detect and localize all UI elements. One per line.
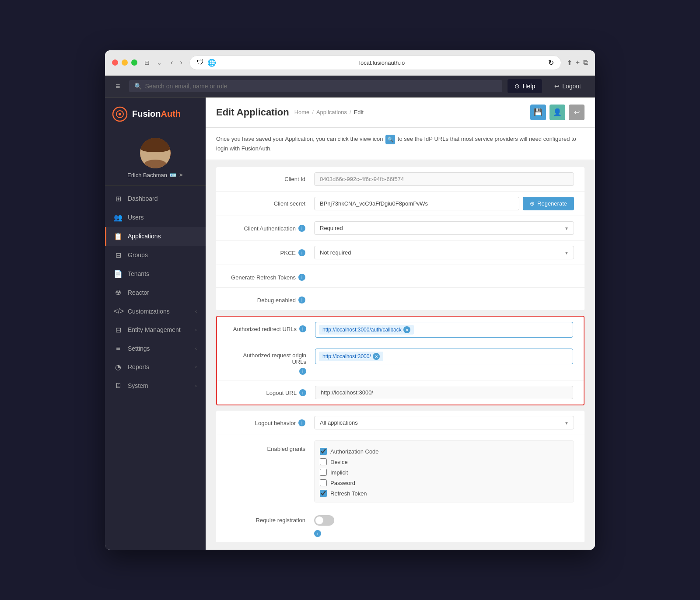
- client-id-row: Client Id: [216, 167, 584, 192]
- help-button[interactable]: ⊙ Help: [508, 79, 542, 93]
- search-input[interactable]: [145, 83, 497, 90]
- svg-point-2: [119, 113, 121, 115]
- user-action-button[interactable]: 👤: [550, 105, 565, 120]
- require-registration-toggle[interactable]: [314, 515, 334, 526]
- forward-icon[interactable]: ›: [178, 58, 184, 67]
- sidebar-item-label: Reports: [128, 363, 149, 370]
- device-checkbox[interactable]: [320, 458, 327, 465]
- new-tab-icon[interactable]: +: [576, 59, 580, 67]
- sidebar-item-applications[interactable]: 📋 Applications: [105, 227, 206, 246]
- grant-implicit[interactable]: Implicit: [320, 469, 568, 476]
- sidebar-item-settings[interactable]: ≡ Settings ‹: [105, 339, 206, 358]
- breadcrumb-home[interactable]: Home: [294, 109, 310, 115]
- client-id-input[interactable]: [314, 172, 574, 186]
- user-nav-icon[interactable]: ➤: [179, 172, 183, 178]
- logout-behavior-select[interactable]: All applications Redirect only: [314, 416, 574, 429]
- debug-enabled-control: [314, 293, 574, 301]
- tabs-icon[interactable]: ⧉: [583, 59, 588, 67]
- save-button[interactable]: 💾: [530, 105, 546, 120]
- client-id-label: Client Id: [227, 172, 314, 182]
- grant-authorization-code[interactable]: Authorization Code: [320, 448, 568, 455]
- require-registration-info-icon[interactable]: i: [314, 530, 321, 537]
- chevron-right-icon: ‹: [195, 308, 197, 314]
- tag-remove-button[interactable]: ✕: [373, 353, 380, 360]
- menu-icon[interactable]: ≡: [112, 78, 124, 94]
- sidebar-toggle-icon[interactable]: ⊟: [143, 58, 151, 67]
- search-box[interactable]: 🔍: [129, 80, 503, 92]
- client-id-control: [314, 172, 574, 186]
- traffic-lights: [112, 59, 137, 66]
- client-auth-control: Required Optional None: [314, 221, 574, 235]
- grant-refresh-token[interactable]: Refresh Token: [320, 490, 568, 497]
- page-header-left: Edit Application Home / Applications / E…: [216, 107, 364, 118]
- authorized-origin-control[interactable]: http://localhost:3000/ ✕: [315, 349, 573, 364]
- refresh-icon[interactable]: ↻: [548, 59, 554, 67]
- page-header: Edit Application Home / Applications / E…: [206, 98, 595, 128]
- sidebar-item-reports[interactable]: ◔ Reports ‹: [105, 358, 206, 377]
- breadcrumb-applications[interactable]: Applications: [316, 109, 347, 115]
- info-banner: Once you have saved your Application, yo…: [206, 128, 595, 160]
- sidebar-item-tenants[interactable]: 📄 Tenants: [105, 265, 206, 283]
- chevron-down-icon[interactable]: ⌄: [155, 58, 164, 67]
- authorized-redirect-tag-input[interactable]: http://localhost:3000/auth/callback ✕: [315, 322, 573, 338]
- sidebar-item-reactor[interactable]: ☢ Reactor: [105, 283, 206, 302]
- breadcrumb-current: Edit: [354, 109, 364, 115]
- page-actions: 💾 👤 ↩: [530, 105, 584, 120]
- refresh-token-checkbox[interactable]: [320, 490, 327, 497]
- authorized-origin-tag-input[interactable]: http://localhost:3000/ ✕: [315, 349, 573, 364]
- logout-url-info-icon[interactable]: i: [299, 389, 306, 396]
- chevron-right-icon: ‹: [195, 345, 197, 352]
- authorized-redirect-control[interactable]: http://localhost:3000/auth/callback ✕: [315, 322, 573, 338]
- nav-menu: ⊞ Dashboard 👥 Users 📋 Applications ⊟ Gro…: [105, 186, 206, 550]
- refresh-tokens-info-icon[interactable]: i: [298, 274, 305, 281]
- minimize-button[interactable]: [122, 59, 128, 66]
- tag-remove-button[interactable]: ✕: [403, 326, 410, 333]
- client-secret-input[interactable]: [314, 197, 519, 210]
- pkce-row: PKCE i Not required Required Optional: [216, 241, 584, 265]
- close-button[interactable]: [112, 59, 118, 66]
- sidebar-item-system[interactable]: 🖥 System ‹: [105, 377, 206, 395]
- user-card-icon[interactable]: 🪪: [170, 172, 176, 178]
- sidebar-item-label: Reactor: [128, 289, 149, 296]
- sidebar-item-customizations[interactable]: </> Customizations ‹: [105, 302, 206, 321]
- address-bar[interactable]: 🛡 🌐 local.fusionauth.io ↻: [189, 56, 561, 70]
- sidebar-item-dashboard[interactable]: ⊞ Dashboard: [105, 189, 206, 208]
- client-auth-select[interactable]: Required Optional None: [314, 221, 574, 235]
- logout-url-label: Logout URL i: [228, 386, 315, 396]
- back-button[interactable]: ↩: [569, 105, 584, 120]
- logout-button[interactable]: ↩ Logout: [547, 79, 588, 93]
- sidebar-item-users[interactable]: 👥 Users: [105, 208, 206, 227]
- sidebar-item-groups[interactable]: ⊟ Groups: [105, 246, 206, 265]
- back-icon[interactable]: ‹: [169, 58, 175, 67]
- authorization-code-checkbox[interactable]: [320, 448, 327, 455]
- main-content: Edit Application Home / Applications / E…: [206, 98, 595, 550]
- maximize-button[interactable]: [131, 59, 137, 66]
- browser-navigation: ‹ ›: [169, 58, 184, 67]
- redirect-urls-info-icon[interactable]: i: [299, 325, 306, 332]
- grant-device[interactable]: Device: [320, 458, 568, 465]
- reports-icon: ◔: [114, 363, 122, 371]
- client-auth-info-icon[interactable]: i: [298, 225, 305, 232]
- url-text: local.fusionauth.io: [220, 59, 545, 66]
- form-section: Client Id Client secret: [216, 167, 584, 310]
- users-icon: 👥: [114, 213, 122, 222]
- logout-behavior-info-icon[interactable]: i: [298, 419, 305, 426]
- debug-info-icon[interactable]: i: [298, 297, 305, 303]
- chevron-right-icon: ‹: [195, 383, 197, 389]
- share-icon[interactable]: ⬆: [567, 59, 572, 67]
- reactor-icon: ☢: [114, 289, 122, 297]
- pkce-info-icon[interactable]: i: [298, 249, 305, 256]
- topbar: ≡ 🔍 ⊙ Help ↩ Logout: [105, 76, 595, 98]
- implicit-checkbox[interactable]: [320, 469, 327, 476]
- sidebar-item-label: Entity Management: [128, 326, 181, 333]
- sidebar-item-entity-management[interactable]: ⊟ Entity Management ‹: [105, 321, 206, 339]
- client-secret-row: Client secret ⊕ Regenerate: [216, 192, 584, 216]
- logout-url-input[interactable]: [315, 386, 573, 399]
- regenerate-button[interactable]: ⊕ Regenerate: [523, 197, 574, 210]
- origin-urls-info-icon[interactable]: i: [299, 368, 306, 375]
- grant-password[interactable]: Password: [320, 479, 568, 486]
- enabled-grants-row: Enabled grants Authorization Code: [216, 435, 584, 508]
- pkce-select[interactable]: Not required Required Optional: [314, 246, 574, 259]
- app-layout: FusionAuth Erlich Bachman 🪪 ➤: [105, 98, 595, 550]
- password-checkbox[interactable]: [320, 479, 327, 486]
